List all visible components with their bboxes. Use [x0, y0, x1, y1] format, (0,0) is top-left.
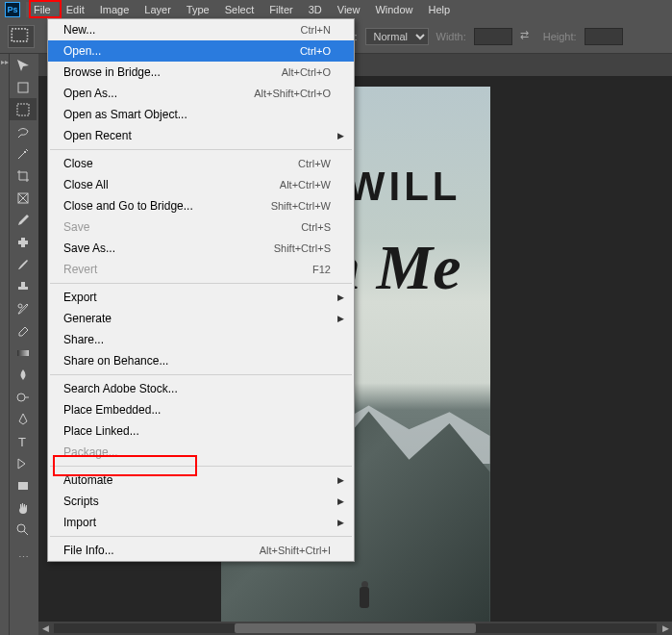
menu-separator	[50, 536, 352, 537]
menu-item-label: Revert	[63, 263, 97, 276]
menu-item-file-info[interactable]: File Info...Alt+Shift+Ctrl+I	[48, 540, 354, 561]
width-field[interactable]	[474, 28, 512, 45]
menu-item-label: Place Embedded...	[63, 403, 161, 417]
horizontal-scrollbar[interactable]: ◀ ▶	[38, 622, 672, 635]
menu-item-share[interactable]: Share...	[48, 329, 354, 350]
menu-item-close-all[interactable]: Close AllAlt+Ctrl+W	[48, 174, 354, 195]
menu-select[interactable]: Select	[217, 2, 262, 17]
menu-item-share-on-behance[interactable]: Share on Behance...	[48, 350, 354, 371]
menu-shortcut: Ctrl+O	[300, 45, 331, 57]
menu-item-place-embedded[interactable]: Place Embedded...	[48, 399, 354, 420]
height-label: Height:	[543, 31, 577, 42]
menu-item-open-as-smart-object[interactable]: Open as Smart Object...	[48, 104, 354, 125]
hiker-figure	[350, 577, 379, 620]
frame-tool[interactable]	[10, 187, 37, 209]
menu-3d[interactable]: 3D	[301, 2, 330, 17]
menu-image[interactable]: Image	[92, 2, 137, 17]
menu-filter[interactable]: Filter	[261, 2, 300, 17]
eyedropper-tool[interactable]	[10, 209, 37, 231]
menu-separator	[50, 283, 352, 284]
menu-item-label: Place Linked...	[63, 424, 139, 438]
submenu-arrow-icon: ▶	[337, 131, 344, 140]
menu-help[interactable]: Help	[421, 2, 459, 17]
lasso-tool[interactable]	[10, 120, 37, 142]
panel-collapse-strip[interactable]: ▸▸	[0, 54, 10, 635]
svg-rect-0	[12, 28, 27, 40]
scroll-right-arrow[interactable]: ▶	[659, 622, 672, 635]
menu-item-label: Close All	[63, 178, 109, 191]
history-brush-tool[interactable]	[10, 297, 37, 319]
menu-shortcut: F12	[312, 264, 331, 275]
scroll-thumb[interactable]	[235, 623, 476, 633]
menu-item-open-as[interactable]: Open As...Alt+Shift+Ctrl+O	[48, 83, 354, 104]
scroll-left-arrow[interactable]: ◀	[38, 622, 52, 635]
eraser-tool[interactable]	[10, 319, 37, 342]
wand-tool[interactable]	[10, 142, 37, 165]
menu-shortcut: Alt+Ctrl+O	[282, 66, 331, 78]
menu-item-open[interactable]: Open...Ctrl+O	[48, 40, 354, 62]
tool-preset-icon[interactable]	[8, 25, 35, 48]
menu-item-label: New...	[63, 23, 95, 37]
scroll-track[interactable]	[54, 623, 657, 633]
menu-shortcut: Alt+Shift+Ctrl+I	[260, 545, 331, 556]
menu-item-import[interactable]: Import▶	[48, 512, 354, 533]
menu-item-search-adobe-stock[interactable]: Search Adobe Stock...	[48, 378, 354, 399]
dodge-tool[interactable]	[10, 386, 37, 408]
menu-item-close[interactable]: CloseCtrl+W	[48, 153, 354, 174]
menu-item-export[interactable]: Export▶	[48, 287, 354, 308]
menu-item-scripts[interactable]: Scripts▶	[48, 491, 354, 512]
stamp-tool[interactable]	[10, 275, 37, 297]
submenu-arrow-icon: ▶	[337, 496, 344, 506]
menu-type[interactable]: Type	[179, 2, 217, 17]
crop-tool[interactable]	[10, 165, 37, 187]
brush-tool[interactable]	[10, 253, 37, 275]
menu-layer[interactable]: Layer	[137, 2, 179, 17]
menu-item-place-linked[interactable]: Place Linked...	[48, 420, 354, 442]
menu-item-label: Close	[63, 157, 93, 170]
menu-shortcut: Ctrl+N	[301, 24, 331, 36]
menu-item-close-and-go-to-bridge[interactable]: Close and Go to Bridge...Shift+Ctrl+W	[48, 195, 354, 216]
more-tools[interactable]: ⋯	[10, 546, 37, 569]
artboard-tool[interactable]	[10, 76, 37, 98]
menu-item-open-recent[interactable]: Open Recent▶	[48, 125, 354, 146]
style-select[interactable]: Normal	[365, 28, 429, 45]
hand-tool[interactable]	[10, 496, 37, 519]
menu-item-label: Close and Go to Bridge...	[63, 199, 193, 213]
menu-shortcut: Shift+Ctrl+W	[271, 200, 331, 212]
menu-file[interactable]: File	[26, 2, 59, 17]
menu-window[interactable]: Window	[367, 2, 420, 17]
swap-icon[interactable]: ⇄	[520, 29, 535, 44]
menu-separator	[50, 466, 352, 467]
submenu-arrow-icon: ▶	[337, 475, 344, 485]
menu-separator	[50, 149, 352, 150]
menu-item-label: Search Adobe Stock...	[63, 382, 178, 395]
marquee-tool[interactable]	[10, 98, 37, 120]
gradient-tool[interactable]	[10, 342, 37, 364]
menu-view[interactable]: View	[330, 2, 368, 17]
menu-item-save-as[interactable]: Save As...Shift+Ctrl+S	[48, 238, 354, 259]
menu-item-browse-in-bridge[interactable]: Browse in Bridge...Alt+Ctrl+O	[48, 62, 354, 83]
submenu-arrow-icon: ▶	[337, 518, 344, 527]
zoom-tool[interactable]	[10, 519, 37, 541]
pen-tool[interactable]	[10, 408, 37, 430]
svg-rect-1	[18, 83, 28, 92]
menu-edit[interactable]: Edit	[59, 2, 92, 17]
menu-item-label: Share on Behance...	[63, 354, 168, 368]
move-tool[interactable]	[10, 54, 37, 76]
menu-item-label: Open As...	[63, 87, 117, 100]
height-field[interactable]	[585, 28, 623, 45]
menu-item-automate[interactable]: Automate▶	[48, 470, 354, 491]
menu-separator	[50, 374, 352, 375]
menu-item-new[interactable]: New...Ctrl+N	[48, 19, 354, 40]
shape-tool[interactable]	[10, 474, 37, 496]
type-tool[interactable]: T	[10, 430, 37, 452]
path-tool[interactable]	[10, 452, 37, 474]
heal-tool[interactable]	[10, 231, 37, 253]
menu-item-generate[interactable]: Generate▶	[48, 308, 354, 329]
svg-rect-2	[17, 104, 29, 115]
blur-tool[interactable]	[10, 364, 37, 386]
app-icon: Ps	[5, 2, 20, 17]
svg-text:T: T	[18, 435, 26, 449]
svg-rect-7	[17, 350, 29, 356]
menu-shortcut: Alt+Ctrl+W	[280, 179, 331, 190]
